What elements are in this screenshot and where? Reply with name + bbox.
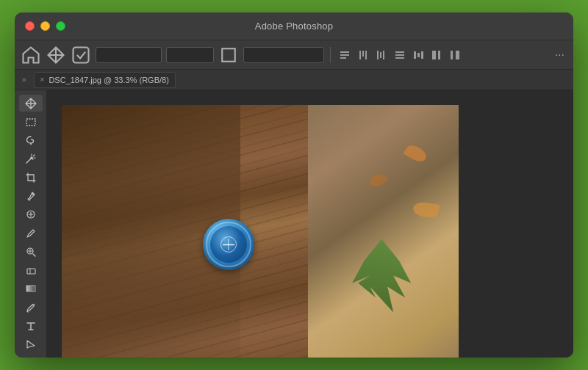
traffic-lights bbox=[15, 21, 65, 31]
tab-close-button[interactable]: × bbox=[40, 76, 45, 84]
checkbox-btn[interactable] bbox=[71, 45, 91, 65]
align-btn-3[interactable] bbox=[373, 47, 390, 63]
svg-rect-7 bbox=[365, 51, 367, 59]
healing-tool[interactable] bbox=[19, 206, 43, 223]
svg-rect-14 bbox=[414, 51, 416, 59]
svg-rect-20 bbox=[456, 51, 459, 59]
align-btn-4[interactable] bbox=[392, 47, 408, 63]
svg-rect-21 bbox=[26, 119, 35, 126]
align-icon-2 bbox=[358, 50, 368, 60]
square-btn[interactable] bbox=[218, 45, 239, 65]
gradient-icon bbox=[25, 283, 37, 294]
brush-tool[interactable] bbox=[19, 225, 43, 242]
maximize-button[interactable] bbox=[56, 21, 65, 31]
svg-rect-13 bbox=[395, 57, 404, 59]
main-area bbox=[15, 90, 573, 358]
separator-1 bbox=[330, 47, 331, 63]
svg-rect-16 bbox=[421, 51, 423, 59]
home-icon bbox=[21, 45, 41, 65]
pen-tool[interactable] bbox=[19, 299, 43, 316]
svg-rect-9 bbox=[380, 52, 381, 58]
main-toolbar: ··· bbox=[15, 40, 573, 70]
path-select-icon bbox=[25, 338, 37, 350]
toolbar-input-2[interactable] bbox=[166, 47, 214, 63]
crop-tool[interactable] bbox=[19, 169, 43, 186]
svg-rect-0 bbox=[74, 47, 89, 62]
svg-rect-6 bbox=[362, 51, 364, 57]
photoshop-window: Adobe Photoshop bbox=[15, 12, 573, 358]
clone-stamp-tool[interactable] bbox=[19, 243, 43, 260]
svg-rect-15 bbox=[417, 53, 420, 57]
align-icon-1 bbox=[340, 50, 350, 60]
path-selection-tool[interactable] bbox=[19, 336, 43, 353]
canvas-area bbox=[47, 90, 573, 358]
square-icon bbox=[218, 45, 239, 65]
cap-inner bbox=[210, 226, 247, 263]
home-button[interactable] bbox=[21, 45, 41, 65]
eraser-tool[interactable] bbox=[19, 262, 43, 279]
eyedropper-icon bbox=[25, 190, 37, 202]
eyedropper-tool[interactable] bbox=[19, 187, 43, 204]
close-button[interactable] bbox=[25, 21, 35, 31]
cap-outer-ring bbox=[203, 219, 254, 270]
align-btn-1[interactable] bbox=[337, 47, 353, 63]
move-tool[interactable] bbox=[19, 95, 43, 112]
tab-title-label: DSC_1847.jpg @ 33.3% (RGB/8) bbox=[49, 76, 168, 84]
gradient-tool[interactable] bbox=[19, 280, 43, 297]
svg-rect-11 bbox=[395, 51, 404, 53]
align-icon-4 bbox=[395, 50, 405, 60]
pen-icon bbox=[25, 302, 37, 313]
more-options-button[interactable]: ··· bbox=[552, 46, 567, 65]
brush-icon bbox=[25, 228, 37, 239]
eraser-icon bbox=[25, 264, 37, 276]
svg-point-22 bbox=[31, 157, 32, 159]
collapse-panel-button[interactable]: » bbox=[18, 74, 31, 85]
crop-tool-icon bbox=[25, 172, 37, 184]
toolbar-input-1[interactable] bbox=[96, 47, 162, 63]
align-icon-7 bbox=[450, 50, 460, 60]
marquee-tool-icon bbox=[25, 116, 37, 128]
tool-panel bbox=[15, 90, 47, 358]
document-tab[interactable]: × DSC_1847.jpg @ 33.3% (RGB/8) bbox=[34, 72, 176, 88]
toolbar-input-3[interactable] bbox=[243, 47, 324, 63]
magic-wand-icon bbox=[25, 153, 37, 164]
minimize-button[interactable] bbox=[40, 21, 50, 31]
title-bar: Adobe Photoshop bbox=[15, 12, 573, 40]
align-icon-5 bbox=[413, 50, 423, 60]
svg-rect-3 bbox=[340, 54, 349, 56]
lasso-tool-icon bbox=[25, 134, 37, 146]
align-btn-6[interactable] bbox=[429, 47, 445, 63]
align-group bbox=[337, 47, 463, 63]
bottle-cap bbox=[203, 219, 254, 270]
cap-compass bbox=[220, 236, 237, 253]
svg-rect-19 bbox=[451, 51, 453, 59]
healing-icon bbox=[25, 208, 37, 220]
align-icon-6 bbox=[431, 50, 442, 60]
align-btn-7[interactable] bbox=[447, 47, 463, 63]
canvas-image bbox=[62, 105, 459, 358]
svg-rect-25 bbox=[27, 269, 35, 274]
align-btn-2[interactable] bbox=[355, 47, 371, 63]
tab-bar: » × DSC_1847.jpg @ 33.3% (RGB/8) bbox=[15, 70, 573, 90]
move-icon bbox=[46, 45, 66, 65]
move-tool-btn[interactable] bbox=[46, 45, 66, 65]
svg-rect-18 bbox=[438, 51, 440, 59]
magic-wand-tool[interactable] bbox=[19, 150, 43, 167]
marquee-tool[interactable] bbox=[19, 113, 43, 130]
type-icon bbox=[25, 320, 37, 332]
type-tool[interactable] bbox=[19, 317, 43, 334]
move-tool-icon bbox=[25, 98, 37, 109]
svg-rect-17 bbox=[432, 51, 436, 59]
align-icon-3 bbox=[376, 50, 387, 60]
image-content bbox=[62, 105, 459, 358]
svg-rect-26 bbox=[26, 286, 35, 291]
align-btn-5[interactable] bbox=[410, 47, 426, 63]
svg-rect-5 bbox=[359, 51, 361, 59]
svg-rect-12 bbox=[395, 54, 404, 56]
compass-needle-horizontal bbox=[223, 244, 234, 245]
window-title: Adobe Photoshop bbox=[255, 21, 333, 32]
svg-rect-4 bbox=[340, 57, 346, 59]
lasso-tool[interactable] bbox=[19, 132, 43, 149]
clone-stamp-icon bbox=[25, 246, 37, 258]
svg-rect-2 bbox=[340, 51, 349, 53]
